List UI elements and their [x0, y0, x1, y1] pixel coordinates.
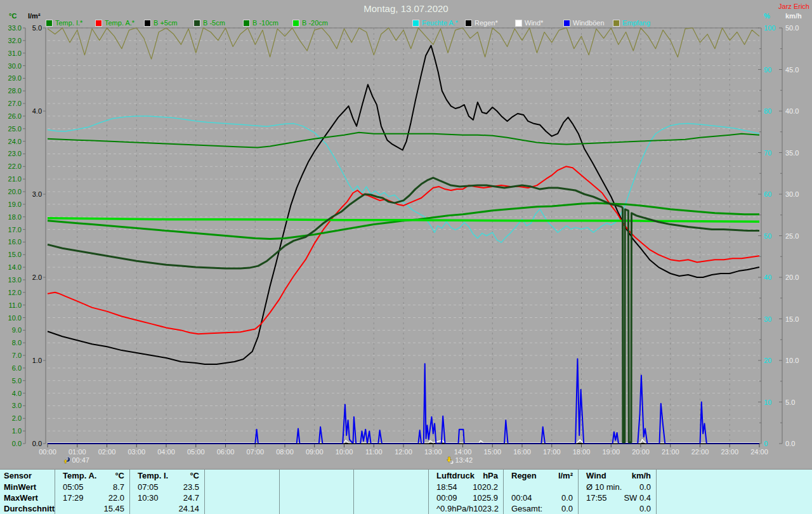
- x-axis-label: 02:00: [93, 448, 122, 456]
- svg-text:13.0: 13.0: [8, 276, 22, 284]
- svg-text:9.0: 9.0: [12, 326, 22, 334]
- svg-text:1.0: 1.0: [12, 427, 22, 435]
- x-axis-label: 16:00: [508, 448, 537, 456]
- x-axis-label: 07:00: [240, 448, 270, 456]
- svg-text:5.0: 5.0: [32, 24, 42, 32]
- stat-value: [213, 482, 274, 492]
- table-row: [280, 482, 353, 492]
- table-column-empty: [354, 470, 429, 514]
- x-axis-label: 21:00: [656, 448, 685, 456]
- svg-text:20: 20: [764, 357, 771, 364]
- table-column-luftdruck: LuftdruckhPa18:541020.200:091025.9^0.9hP…: [429, 470, 504, 514]
- marker-moon-rise: 00:47: [63, 456, 89, 464]
- moon-set-icon: [446, 456, 454, 464]
- table-column-temp.-a.: Temp. A.°C05:058.717:2922.015.45: [55, 470, 130, 514]
- table-row-label: Sensor: [0, 470, 55, 482]
- stat-time: 00:04: [511, 492, 532, 503]
- table-column-header: [354, 470, 428, 482]
- table-row: [354, 482, 428, 492]
- svg-text:7.0: 7.0: [12, 352, 22, 359]
- svg-text:23.0: 23.0: [8, 150, 22, 157]
- table-row: [354, 503, 428, 514]
- svg-text:19.0: 19.0: [8, 201, 22, 208]
- x-axis-label: 03:00: [122, 448, 151, 456]
- stat-value: 1023.2: [473, 503, 499, 514]
- stat-value: 0.0: [532, 492, 573, 503]
- svg-text:1.0: 1.0: [32, 357, 42, 364]
- svg-text:14.0: 14.0: [8, 263, 22, 271]
- stat-value: 24.14: [138, 503, 199, 514]
- svg-text:31.0: 31.0: [8, 49, 22, 57]
- svg-text:27.0: 27.0: [8, 100, 22, 107]
- stat-time: 05:05: [63, 482, 84, 492]
- table-column-header: Regenl/m²: [504, 470, 578, 482]
- sensor-name: Temp. A.: [63, 470, 96, 482]
- stat-value: 8.7: [84, 482, 124, 492]
- stat-value: [287, 482, 348, 492]
- stat-value: [664, 503, 807, 514]
- svg-text:33.0: 33.0: [8, 24, 22, 32]
- marker-moon-set: 13:42: [446, 456, 473, 464]
- stat-value: 22.0: [84, 492, 124, 503]
- sensor-name: Temp. I.: [138, 470, 168, 482]
- sensor-unit: km/h: [606, 470, 651, 482]
- table-column-header: LuftdruckhPa: [429, 470, 503, 482]
- weather-day-chart-window: Montag, 13.07.2020 Jarz Erich °C l/m² % …: [0, 0, 812, 514]
- svg-text:90: 90: [764, 66, 771, 74]
- svg-text:80: 80: [764, 107, 771, 115]
- stat-value: SW 0.4: [607, 492, 651, 503]
- svg-text:5.0: 5.0: [12, 377, 22, 385]
- table-row: [205, 492, 279, 503]
- svg-text:30: 30: [764, 315, 771, 323]
- table-row: [657, 503, 812, 514]
- svg-text:16.0: 16.0: [8, 238, 22, 246]
- stat-value: 0.0: [542, 503, 573, 514]
- stat-value: [213, 492, 274, 503]
- stat-value: 0.0: [586, 503, 651, 514]
- table-column-wind: Windkm/hØ 10 min.0.017:55SW 0.40.0: [579, 470, 657, 514]
- svg-text:32.0: 32.0: [8, 37, 22, 44]
- table-row: 17:55SW 0.4: [579, 492, 656, 503]
- sensor-name: Luftdruck: [436, 470, 475, 482]
- stat-value: 0.0: [622, 482, 651, 492]
- sensor-name: Wind: [586, 470, 606, 482]
- moon-rise-icon: [63, 456, 70, 464]
- sensor-unit: l/m²: [537, 470, 573, 482]
- svg-text:24.0: 24.0: [8, 138, 22, 145]
- table-row: [657, 492, 812, 503]
- svg-text:29.0: 29.0: [8, 74, 22, 82]
- x-axis-label: 04:00: [152, 448, 181, 456]
- table-column-header: Windkm/h: [579, 470, 656, 482]
- svg-text:0.0: 0.0: [785, 440, 795, 447]
- table-column-empty: [280, 470, 354, 514]
- svg-text:70: 70: [764, 149, 771, 157]
- x-axis-label: 06:00: [211, 448, 240, 456]
- table-row-label: Durchschnitt: [0, 503, 55, 514]
- svg-text:20.0: 20.0: [8, 188, 22, 195]
- svg-text:21.0: 21.0: [8, 175, 22, 183]
- x-axis-label: 08:00: [270, 448, 299, 456]
- stat-value: 24.7: [159, 492, 199, 503]
- table-column-temp.-i.: Temp. I.°C07:0523.510:3024.724.14: [130, 470, 205, 514]
- x-axis-label: 19:00: [596, 448, 625, 456]
- table-row: 07:0523.5: [130, 482, 204, 492]
- table-row: [280, 503, 353, 514]
- svg-text:4.0: 4.0: [32, 107, 42, 115]
- sensor-unit: hPa: [475, 470, 498, 482]
- stat-value: [664, 492, 807, 503]
- stat-value: [287, 492, 348, 503]
- stat-time: Gesamt:: [511, 503, 542, 514]
- table-column-regen: Regenl/m²00:040.0Gesamt:0.0: [504, 470, 579, 514]
- x-axis-label: 13:00: [419, 448, 448, 456]
- svg-text:50.0: 50.0: [785, 24, 799, 32]
- stat-value: [362, 503, 423, 514]
- statistics-table: SensorMinWertMaxWertDurchschnittTemp. A.…: [0, 469, 812, 514]
- svg-text:0.0: 0.0: [32, 440, 42, 447]
- stat-time: 00:09: [436, 492, 457, 503]
- table-row: 00:091025.9: [429, 492, 503, 503]
- svg-text:2.0: 2.0: [12, 414, 22, 422]
- svg-text:28.0: 28.0: [8, 87, 22, 95]
- stat-time: 18:54: [436, 482, 457, 492]
- sensor-unit: [362, 470, 423, 482]
- stat-value: [362, 482, 423, 492]
